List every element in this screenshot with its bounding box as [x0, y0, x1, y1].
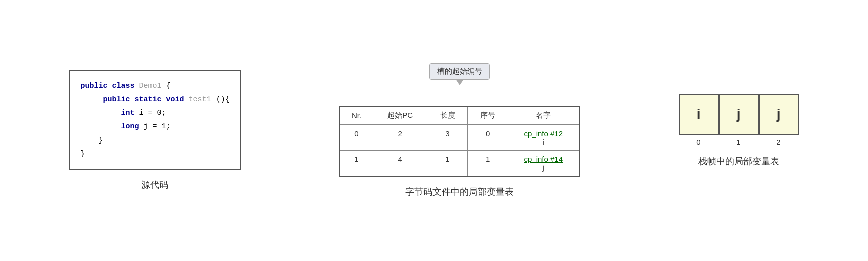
- code-line-3: int i = 0;: [80, 106, 229, 120]
- stack-cell-0: i: [679, 94, 719, 135]
- kw-void: void: [166, 95, 184, 104]
- stack-cells: i j j: [679, 94, 799, 135]
- stack-cell-2: j: [759, 94, 799, 135]
- cell-name-1: cp_info #14 j: [508, 151, 579, 177]
- code-line-4: long j = 1;: [80, 120, 229, 134]
- code-line-6: }: [80, 147, 229, 161]
- stack-frame-label: 栈帧中的局部变量表: [698, 155, 779, 167]
- table-header-row: Nr. 起始PC 长度 序号 名字: [340, 106, 579, 125]
- bytecode-table-section: 槽的起始编号 Nr. 起始PC 长度 序号 名字 0 2 3 0 cp_info…: [339, 63, 580, 198]
- kw-int: int: [121, 109, 135, 117]
- cell-index-0: 0: [468, 125, 508, 151]
- cell-nr-1: 1: [340, 151, 373, 177]
- stack-frame-section: i j j 0 1 2 栈帧中的局部变量表: [679, 94, 799, 167]
- col-header-name: 名字: [508, 106, 579, 125]
- col-header-length: 长度: [427, 106, 468, 125]
- source-code-label: 源代码: [141, 179, 168, 191]
- cell-length-0: 3: [427, 125, 468, 151]
- var-name-0: i: [543, 138, 544, 146]
- col-header-index: 序号: [468, 106, 508, 125]
- table-row: 1 4 1 1 cp_info #14 j: [340, 151, 579, 177]
- kw-static: static: [135, 95, 162, 104]
- stack-index-0: 0: [679, 138, 719, 146]
- kw-long: long: [121, 122, 139, 131]
- code-line-2: public static void test1 (){: [80, 93, 229, 106]
- kw-class: class: [112, 82, 135, 90]
- cell-startpc-0: 2: [373, 125, 427, 151]
- class-name: Demo1: [139, 82, 162, 90]
- cell-nr-0: 0: [340, 125, 373, 151]
- var-name-1: j: [543, 163, 544, 172]
- kw-public: public: [80, 82, 107, 90]
- table-row: 0 2 3 0 cp_info #12 i: [340, 125, 579, 151]
- source-code-section: public class Demo1 { public static void …: [69, 70, 240, 191]
- bytecode-table-label: 字节码文件中的局部变量表: [405, 186, 514, 198]
- stack-indices: 0 1 2: [679, 138, 799, 146]
- method-name: test1: [189, 95, 211, 104]
- cp-info-link-1[interactable]: cp_info #14: [524, 155, 563, 163]
- cell-index-1: 1: [468, 151, 508, 177]
- stack-index-2: 2: [759, 138, 799, 146]
- col-header-startpc: 起始PC: [373, 106, 427, 125]
- stack-cell-1: j: [719, 94, 759, 135]
- stack-index-1: 1: [719, 138, 759, 146]
- cell-length-1: 1: [427, 151, 468, 177]
- cell-name-0: cp_info #12 i: [508, 125, 579, 151]
- kw-public2: public: [103, 95, 130, 104]
- code-line-5: }: [80, 134, 229, 147]
- cell-startpc-1: 4: [373, 151, 427, 177]
- code-line-1: public class Demo1 {: [80, 79, 229, 93]
- code-box: public class Demo1 { public static void …: [69, 70, 240, 170]
- local-var-table: Nr. 起始PC 长度 序号 名字 0 2 3 0 cp_info #12 i …: [339, 106, 580, 177]
- callout-box: 槽的起始编号: [429, 63, 490, 80]
- col-header-nr: Nr.: [340, 106, 373, 125]
- stack-frame: i j j 0 1 2: [679, 94, 799, 146]
- callout-text: 槽的起始编号: [437, 67, 482, 75]
- cp-info-link-0[interactable]: cp_info #12: [524, 129, 563, 138]
